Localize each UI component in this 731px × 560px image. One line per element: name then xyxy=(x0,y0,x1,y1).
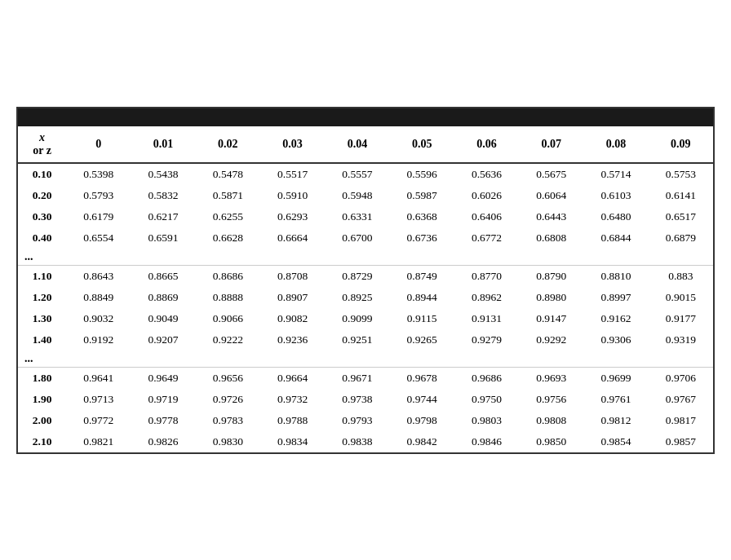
prob-value: 0.5714 xyxy=(583,163,648,185)
prob-value: 0.8729 xyxy=(325,265,389,287)
prob-value: 0.6368 xyxy=(390,206,454,227)
prob-value: 0.9066 xyxy=(196,308,260,329)
prob-value: 0.9738 xyxy=(325,389,389,410)
prob-value: 0.9015 xyxy=(649,287,713,308)
ellipsis-row: ... xyxy=(18,351,713,368)
prob-value: 0.9772 xyxy=(66,410,131,431)
col-header-0.05: 0.05 xyxy=(390,126,454,163)
prob-value: 0.8643 xyxy=(66,265,131,287)
prob-value: 0.9788 xyxy=(260,410,325,431)
prob-value: 0.8770 xyxy=(454,265,519,287)
prob-value: 0.9222 xyxy=(196,329,260,351)
x-label: x xyxy=(24,131,60,144)
prob-value: 0.8686 xyxy=(196,265,260,287)
prob-value: 0.9049 xyxy=(131,308,195,329)
prob-value: 0.9082 xyxy=(260,308,325,329)
prob-value: 0.9656 xyxy=(196,367,260,389)
prob-value: 0.6772 xyxy=(454,227,519,249)
prob-value: 0.9850 xyxy=(519,431,583,452)
prob-value: 0.9713 xyxy=(66,389,131,410)
z-value: 2.00 xyxy=(18,410,66,431)
orz-label: or z xyxy=(24,144,60,157)
prob-value: 0.9761 xyxy=(583,389,648,410)
prob-value: 0.8790 xyxy=(519,265,583,287)
prob-value: 0.6406 xyxy=(454,206,519,227)
prob-value: 0.9744 xyxy=(390,389,454,410)
prob-value: 0.6517 xyxy=(649,206,713,227)
prob-value: 0.9842 xyxy=(390,431,454,452)
prob-value: 0.9306 xyxy=(583,329,648,351)
prob-value: 0.6217 xyxy=(131,206,195,227)
prob-value: 0.9808 xyxy=(519,410,583,431)
table-row: 0.300.61790.62170.62550.62930.63310.6368… xyxy=(18,206,713,227)
prob-value: 0.9699 xyxy=(583,367,648,389)
col-header-0.04: 0.04 xyxy=(325,126,389,163)
table-row: 0.100.53980.54380.54780.55170.55570.5596… xyxy=(18,163,713,185)
prob-value: 0.8962 xyxy=(454,287,519,308)
prob-value: 0.6700 xyxy=(325,227,389,249)
prob-value: 0.6064 xyxy=(519,185,583,206)
table-row: 1.200.88490.88690.88880.89070.89250.8944… xyxy=(18,287,713,308)
col-header-0.01: 0.01 xyxy=(131,126,195,163)
prob-value: 0.9147 xyxy=(519,308,583,329)
z-value: 1.90 xyxy=(18,389,66,410)
prob-value: 0.6554 xyxy=(66,227,131,249)
prob-value: 0.883 xyxy=(649,265,713,287)
prob-value: 0.5753 xyxy=(649,163,713,185)
prob-value: 0.6664 xyxy=(260,227,325,249)
prob-value: 0.8980 xyxy=(519,287,583,308)
prob-value: 0.5596 xyxy=(390,163,454,185)
prob-value: 0.9686 xyxy=(454,367,519,389)
prob-value: 0.9783 xyxy=(196,410,260,431)
z-value: 1.30 xyxy=(18,308,66,329)
prob-value: 0.9292 xyxy=(519,329,583,351)
prob-value: 0.9778 xyxy=(131,410,195,431)
prob-value: 0.9649 xyxy=(131,367,195,389)
prob-value: 0.5675 xyxy=(519,163,583,185)
prob-value: 0.8888 xyxy=(196,287,260,308)
prob-value: 0.8869 xyxy=(131,287,195,308)
z-value: 1.80 xyxy=(18,367,66,389)
prob-value: 0.6255 xyxy=(196,206,260,227)
table-row: 2.100.98210.98260.98300.98340.98380.9842… xyxy=(18,431,713,452)
prob-value: 0.6103 xyxy=(583,185,648,206)
table-header xyxy=(18,108,713,126)
prob-value: 0.9830 xyxy=(196,431,260,452)
prob-value: 0.9236 xyxy=(260,329,325,351)
prob-value: 0.5478 xyxy=(196,163,260,185)
prob-value: 0.5398 xyxy=(66,163,131,185)
prob-value: 0.5517 xyxy=(260,163,325,185)
prob-value: 0.6879 xyxy=(649,227,713,249)
prob-value: 0.6141 xyxy=(649,185,713,206)
prob-value: 0.9192 xyxy=(66,329,131,351)
prob-value: 0.8749 xyxy=(390,265,454,287)
prob-value: 0.8944 xyxy=(390,287,454,308)
prob-value: 0.9664 xyxy=(260,367,325,389)
prob-value: 0.5557 xyxy=(325,163,389,185)
normal-distribution-table: xor z00.010.020.030.040.050.060.070.080.… xyxy=(16,107,715,454)
table-row: 0.400.65540.65910.66280.66640.67000.6736… xyxy=(18,227,713,249)
table-row: 1.800.96410.96490.96560.96640.96710.9678… xyxy=(18,367,713,389)
col-header-0.03: 0.03 xyxy=(260,126,325,163)
prob-value: 0.8925 xyxy=(325,287,389,308)
z-value: 2.10 xyxy=(18,431,66,452)
prob-value: 0.6179 xyxy=(66,206,131,227)
prob-value: 0.6736 xyxy=(390,227,454,249)
prob-value: 0.8849 xyxy=(66,287,131,308)
col-header-0.07: 0.07 xyxy=(519,126,583,163)
prob-value: 0.8708 xyxy=(260,265,325,287)
prob-value: 0.9279 xyxy=(454,329,519,351)
prob-value: 0.9162 xyxy=(583,308,648,329)
prob-value: 0.9767 xyxy=(649,389,713,410)
prob-value: 0.5438 xyxy=(131,163,195,185)
prob-value: 0.5910 xyxy=(260,185,325,206)
prob-value: 0.6591 xyxy=(131,227,195,249)
prob-value: 0.9817 xyxy=(649,410,713,431)
prob-value: 0.8665 xyxy=(131,265,195,287)
prob-value: 0.8907 xyxy=(260,287,325,308)
prob-value: 0.9115 xyxy=(390,308,454,329)
z-value: 0.10 xyxy=(18,163,66,185)
prob-value: 0.9706 xyxy=(649,367,713,389)
table-row: 1.100.86430.86650.86860.87080.87290.8749… xyxy=(18,265,713,287)
prob-value: 0.6808 xyxy=(519,227,583,249)
